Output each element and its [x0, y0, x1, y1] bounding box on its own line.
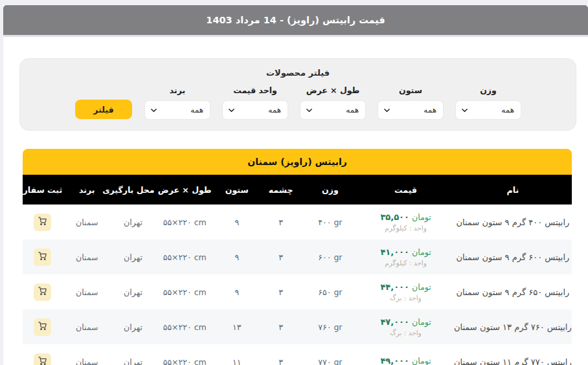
col-header-order: ثبت سفارش: [23, 185, 62, 195]
price-amount: ۴۴,۰۰۰: [380, 282, 409, 292]
price-amount: ۴۷,۰۰۰: [380, 317, 409, 327]
column-cell: ۹: [215, 217, 259, 227]
weight-cell: ۶۵۰ gr: [303, 287, 358, 297]
filter-panel-title: فیلتر محصولات: [33, 68, 563, 78]
filter-submit-button[interactable]: فیلتر: [75, 100, 132, 119]
column-filter-label: ستون: [399, 85, 422, 95]
table-row: رابیتس ۷۶۰ گرم ۱۳ ستون سمنان ۴۷,۰۰۰ توما…: [23, 309, 572, 344]
add-to-cart-button[interactable]: [34, 353, 51, 365]
price-unit-filter-label: واحد قیمت: [233, 85, 277, 95]
brand-filter-value: همه: [190, 105, 203, 115]
loading-location-cell: تهران: [111, 357, 154, 365]
cart-icon: [38, 356, 47, 365]
column-cell: ۱۳: [215, 322, 259, 332]
content-card: قیمت رابیتس (راویز) - 14 مرداد 1403 فیلت…: [3, 5, 588, 365]
price-currency: تومان: [412, 212, 431, 222]
loading-location-cell: تهران: [111, 287, 154, 297]
col-header-loading: محل بارگیری: [111, 185, 154, 195]
price-unit-filter-value: همه: [268, 105, 281, 115]
price-cell: ۴۱,۰۰۰ تومان واحد : کیلوگرم: [357, 247, 453, 267]
brand-filter-select[interactable]: همه: [145, 101, 210, 119]
product-name-cell: رابیتس ۶۰۰ گرم ۹ ستون سمنان: [454, 252, 572, 262]
table-row: رابیتس ۴۰۰ گرم ۹ ستون سمنان ۳۵,۵۰۰ تومان…: [23, 205, 572, 239]
add-to-cart-button[interactable]: [34, 249, 51, 266]
dimensions-filter-value: همه: [346, 105, 359, 115]
filter-group-brand: برند همه: [145, 85, 210, 119]
price-line: ۴۷,۰۰۰ تومان: [380, 317, 431, 327]
mesh-cell: ۳: [259, 252, 303, 262]
weight-cell: ۷۶۰ gr: [303, 322, 358, 332]
brand-cell: سمنان: [62, 252, 111, 262]
price-unit: واحد : کیلوگرم: [385, 259, 427, 267]
cart-icon: [38, 321, 47, 333]
price-unit: واحد : کیلوگرم: [385, 224, 427, 232]
price-unit: واحد : برگ: [390, 329, 421, 337]
dimensions-cell: ۵۵×۲۲۰ cm: [155, 217, 215, 227]
chevron-down-icon: [461, 107, 468, 114]
col-header-column: ستون: [215, 185, 259, 195]
mesh-cell: ۳: [259, 322, 303, 332]
table-row: رابیتس ۶۵۰ گرم ۹ ستون سمنان ۴۴,۰۰۰ تومان…: [23, 274, 572, 309]
dimensions-filter-label: طول × عرض: [306, 85, 360, 95]
filter-group-dimensions: طول × عرض همه: [300, 85, 365, 119]
table-row: رابیتس ۷۷۰ گرم ۱۱ ستون سمنان ۴۹,۰۰۰ توما…: [23, 344, 572, 365]
dimensions-filter-select[interactable]: همه: [300, 101, 365, 119]
order-cell: [23, 283, 62, 301]
filter-group-weight: وزن همه: [456, 85, 521, 119]
dimensions-cell: ۵۵×۲۲۰ cm: [155, 287, 215, 297]
price-cell: ۴۴,۰۰۰ تومان واحد : برگ: [357, 282, 453, 302]
cart-icon: [38, 286, 47, 298]
col-header-mesh: چشمه: [259, 185, 303, 195]
column-cell: ۱۱: [215, 357, 259, 365]
filter-group-price-unit: واحد قیمت همه: [223, 85, 288, 119]
chevron-down-icon: [150, 107, 157, 114]
weight-filter-label: وزن: [480, 85, 497, 95]
loading-location-cell: تهران: [111, 252, 154, 262]
weight-cell: ۷۷۰ gr: [303, 357, 358, 365]
chevron-down-icon: [383, 107, 390, 114]
loading-location-cell: تهران: [111, 322, 154, 332]
column-cell: ۹: [215, 287, 259, 297]
add-to-cart-button[interactable]: [34, 318, 51, 336]
column-filter-select[interactable]: همه: [378, 101, 443, 119]
product-name-cell: رابیتس ۷۶۰ گرم ۱۳ ستون سمنان: [454, 322, 572, 332]
price-currency: تومان: [412, 317, 431, 327]
column-cell: ۹: [215, 252, 259, 262]
loading-location-cell: تهران: [111, 217, 154, 227]
price-line: ۴۴,۰۰۰ تومان: [380, 282, 431, 292]
price-currency: تومان: [412, 356, 431, 365]
price-cell: ۴۷,۰۰۰ تومان واحد : برگ: [357, 317, 453, 337]
price-currency: تومان: [412, 282, 431, 292]
price-currency: تومان: [412, 247, 431, 257]
price-line: ۴۹,۰۰۰ تومان: [380, 356, 431, 365]
product-name-cell: رابیتس ۷۷۰ گرم ۱۱ ستون سمنان: [454, 357, 572, 365]
price-line: ۳۵,۵۰۰ تومان: [380, 212, 431, 222]
order-cell: [23, 353, 62, 365]
mesh-cell: ۳: [259, 287, 303, 297]
product-name-cell: رابیتس ۶۵۰ گرم ۹ ستون سمنان: [454, 287, 572, 297]
chevron-down-icon: [306, 107, 313, 114]
price-table: رابیتس (راویز) سمنان نام قیمت وزن چشمه س…: [23, 149, 572, 365]
price-unit-filter-select[interactable]: همه: [223, 101, 288, 119]
col-header-brand: برند: [62, 185, 111, 195]
order-cell: [23, 318, 62, 336]
table-title: رابیتس (راویز) سمنان: [23, 149, 572, 175]
page-header: قیمت رابیتس (راویز) - 14 مرداد 1403: [3, 5, 588, 37]
chevron-down-icon: [228, 107, 235, 114]
order-cell: [23, 249, 62, 266]
dimensions-cell: ۵۵×۲۲۰ cm: [155, 322, 215, 332]
col-header-price: قیمت: [357, 185, 453, 195]
price-amount: ۳۵,۵۰۰: [380, 212, 409, 222]
weight-cell: ۴۰۰ gr: [303, 217, 358, 227]
brand-filter-label: برند: [170, 85, 185, 95]
order-cell: [23, 214, 62, 231]
price-cell: ۳۵,۵۰۰ تومان واحد : کیلوگرم: [357, 212, 453, 232]
add-to-cart-button[interactable]: [34, 214, 51, 231]
dimensions-cell: ۵۵×۲۲۰ cm: [155, 357, 215, 365]
price-cell: ۴۹,۰۰۰ تومان: [357, 356, 453, 365]
add-to-cart-button[interactable]: [34, 283, 51, 301]
page-title: قیمت رابیتس (راویز) - 14 مرداد 1403: [206, 15, 385, 25]
cart-icon: [38, 251, 47, 263]
weight-filter-select[interactable]: همه: [456, 101, 521, 119]
price-line: ۴۱,۰۰۰ تومان: [380, 247, 431, 257]
